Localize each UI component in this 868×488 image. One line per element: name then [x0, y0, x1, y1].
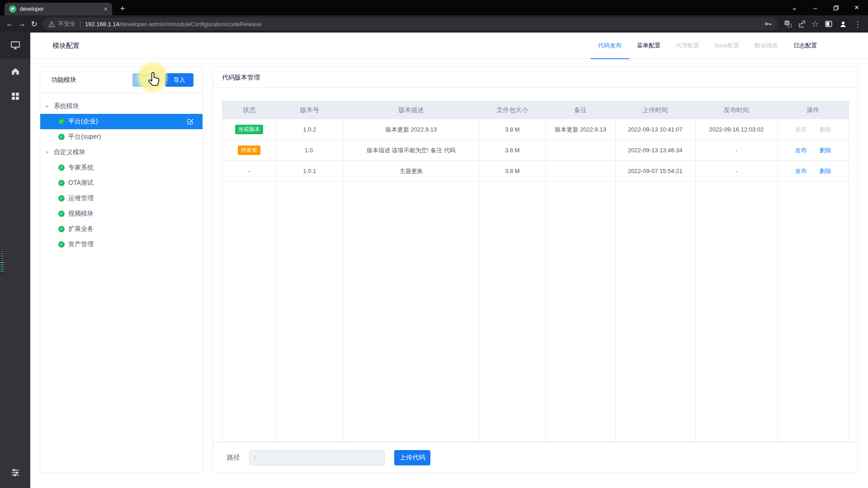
version-cell: 1.0. — [276, 147, 344, 154]
apps-grid-icon[interactable] — [0, 92, 30, 101]
window-close-icon[interactable]: × — [846, 0, 867, 15]
tree-group-system[interactable]: ▾ 系统模块 — [40, 99, 203, 114]
translate-icon[interactable]: A — [781, 18, 795, 30]
tab-menu-config[interactable]: 菜单配置 — [629, 33, 668, 59]
site-favicon-icon — [9, 5, 16, 13]
upload-time-cell: 2022-09-13 10:41:07 — [615, 126, 695, 133]
bookmark-star-icon[interactable]: ☆ — [808, 18, 822, 30]
monitor-icon[interactable] — [0, 40, 30, 51]
table-header-row: 状态 版本号 版本描述 文件包大小 备注 上传时间 发布时间 操作 — [222, 101, 849, 119]
tree-item-video-module[interactable]: ✓ 视频模块 — [40, 206, 203, 221]
tab-close-icon[interactable]: × — [104, 6, 108, 12]
not-secure-warning-icon — [48, 21, 55, 27]
import-module-button[interactable]: 导入 — [165, 73, 193, 87]
tab-title: developer — [20, 6, 44, 12]
side-panel-icon[interactable] — [822, 18, 835, 30]
col-actions: 操作 — [778, 106, 849, 114]
delete-link[interactable]: 删除 — [820, 146, 831, 155]
delete-link[interactable]: 删除 — [820, 126, 831, 134]
tree-item-label: OTA测试 — [68, 179, 94, 187]
browser-toolbar: ← → ↻ 不安全 192.168.1.14 /developer-admin/… — [0, 15, 868, 33]
tree-item-label: 扩展业务 — [68, 225, 94, 233]
window-chevron-icon[interactable]: ⌄ — [784, 0, 805, 15]
profile-avatar[interactable] — [837, 18, 849, 30]
version-panel: 代码版本管理 状态 版本号 版本描述 文件包大小 备注 上传时间 发布时间 操作 — [212, 66, 858, 473]
tree-item-label: 资产管理 — [68, 240, 94, 249]
browser-tab[interactable]: developer × — [5, 3, 112, 15]
table-row: 待发布 1.0. 版本描述 该项不能为空! 备注 代码 3.8 M 2022-0… — [222, 140, 849, 161]
publish-link[interactable]: 发布 — [795, 126, 807, 134]
col-release-time: 发布时间 — [695, 106, 778, 114]
tree-item-label: 视频模块 — [68, 210, 94, 218]
browser-menu-icon[interactable]: ⋮ — [851, 18, 864, 30]
window-controls: ⌄ – × — [784, 0, 867, 15]
home-icon[interactable] — [0, 66, 30, 76]
edit-module-icon[interactable] — [187, 118, 193, 125]
forward-icon[interactable]: → — [16, 18, 28, 30]
caret-down-icon[interactable]: ▾ — [43, 103, 51, 109]
password-key-icon[interactable] — [764, 20, 772, 28]
delete-link[interactable]: 删除 — [820, 167, 831, 175]
not-secure-label: 不安全 — [58, 20, 75, 28]
release-time-cell: 2022-09-16 12:03:02 — [695, 126, 778, 133]
check-circle-icon: ✓ — [58, 195, 65, 202]
note-cell: 版本更新 2022.9.13 — [546, 126, 615, 134]
path-input[interactable] — [249, 450, 385, 465]
tree-group-custom[interactable]: ▾ 自定义模块 — [40, 145, 203, 160]
module-tree: ▾ 系统模块 ✓ 平台(企业) ✓ 平台(super) — [40, 93, 203, 252]
left-rail — [0, 33, 30, 488]
tab-log-config[interactable]: 日志配置 — [786, 33, 825, 59]
upload-time-cell: 2022-09-07 15:54:21 — [615, 168, 695, 174]
module-panel-header: 功能模块 新建 导入 — [40, 67, 203, 93]
status-cell: - — [222, 168, 276, 174]
share-icon[interactable] — [795, 18, 808, 30]
create-module-button[interactable]: 新建 — [132, 73, 160, 87]
window-restore-icon[interactable] — [826, 0, 846, 15]
tree-item-label: 平台(企业) — [68, 117, 98, 126]
settings-sliders-icon[interactable] — [0, 467, 30, 478]
tree-item-platform-super[interactable]: ✓ 平台(super) — [40, 129, 203, 145]
docked-recorder-widget[interactable] — [0, 248, 5, 275]
url-path: /developer-admin/#/moduleConfiguration/c… — [119, 21, 261, 28]
tree-item-expert-system[interactable]: ✓ 专家系统 — [40, 160, 203, 175]
check-circle-icon: ✓ — [58, 118, 65, 125]
upload-code-button[interactable]: 上传代码 — [394, 450, 430, 465]
new-tab-button[interactable]: + — [116, 2, 129, 15]
upload-time-cell: 2022-09-13 13:46:34 — [615, 147, 695, 154]
window-minimize-icon[interactable]: – — [805, 0, 826, 15]
tree-item-extended-business[interactable]: ✓ 扩展业务 — [40, 221, 203, 237]
tree-item-ota-test[interactable]: ✓ OTA测试 — [40, 175, 203, 191]
status-badge: 当前版本 — [222, 125, 276, 134]
tree-item-platform-enterprise[interactable]: ✓ 平台(企业) — [40, 114, 203, 129]
tab-data-push[interactable]: 数据推送 — [747, 33, 786, 59]
browser-tabstrip: developer × + ⌄ – × — [0, 0, 868, 15]
check-circle-icon: ✓ — [58, 180, 65, 186]
col-status: 状态 — [222, 106, 276, 114]
status-badge: 待发布 — [222, 145, 276, 155]
description-cell: 版本描述 该项不能为空! 备注 代码 — [344, 146, 479, 155]
publish-link[interactable]: 发布 — [795, 146, 807, 155]
caret-down-icon[interactable]: ▾ — [43, 150, 51, 155]
tree-item-asset-management[interactable]: ✓ 资产管理 — [40, 237, 203, 252]
module-panel: 功能模块 新建 导入 ▾ 系统模块 ✓ 平台(企业) — [40, 66, 203, 473]
back-icon[interactable]: ← — [4, 18, 16, 30]
publish-link[interactable]: 发布 — [795, 167, 807, 175]
size-cell: 3.8 M — [479, 126, 546, 133]
tree-item-ops-management[interactable]: ✓ 运维管理 — [40, 191, 203, 206]
tab-code-release[interactable]: 代码发布 — [590, 33, 629, 59]
description-cell: 版本更新 2022.9.13 — [344, 126, 479, 134]
tab-proxy-config[interactable]: 代理配置 — [668, 33, 707, 59]
check-circle-icon: ✓ — [58, 241, 65, 248]
reload-icon[interactable]: ↻ — [28, 18, 40, 30]
col-description: 版本描述 — [344, 106, 479, 114]
omnibox-separator — [80, 21, 80, 28]
tab-hook-config[interactable]: hook配置 — [707, 33, 747, 59]
actions-cell: 发布 删除 — [778, 146, 849, 155]
check-circle-icon: ✓ — [58, 211, 65, 217]
col-note: 备注 — [546, 106, 615, 114]
url-bar[interactable]: 不安全 192.168.1.14 /developer-admin/#/modu… — [43, 18, 778, 30]
version-table: 状态 版本号 版本描述 文件包大小 备注 上传时间 发布时间 操作 当前 — [222, 101, 849, 442]
version-cell: 1.0.2 — [276, 126, 344, 133]
url-host: 192.168.1.14 — [85, 21, 119, 28]
check-circle-icon: ✓ — [58, 164, 65, 171]
